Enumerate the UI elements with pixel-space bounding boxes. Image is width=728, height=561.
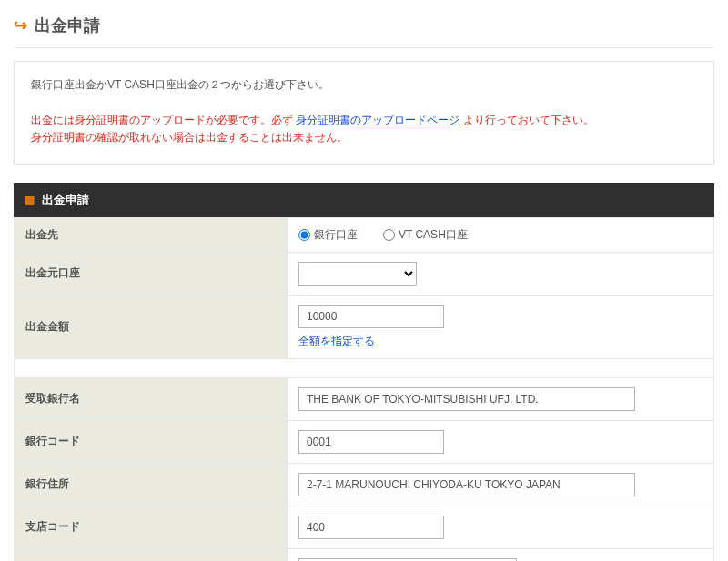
radio-vtcash[interactable]	[383, 229, 395, 241]
source-account-label: 出金元口座	[15, 252, 288, 295]
grid-icon: ▦	[25, 195, 35, 205]
specify-full-amount-link[interactable]: 全額を指定する	[298, 334, 375, 349]
branch-code-input[interactable]	[298, 516, 444, 539]
radio-bank[interactable]	[298, 229, 310, 241]
withdraw-section: ▦ 出金申請 出金先 銀行口座 VT CASH口座	[14, 183, 714, 561]
destination-label: 出金先	[15, 217, 288, 252]
source-account-select[interactable]	[298, 262, 417, 286]
warn-after: より行っておいて下さい。	[463, 114, 594, 126]
radio-bank-label[interactable]: 銀行口座	[298, 227, 358, 243]
form-table: 出金先 銀行口座 VT CASH口座 出金元口座	[14, 217, 714, 561]
destination-radio-group: 銀行口座 VT CASH口座	[298, 227, 703, 243]
page-title: 出金申請	[35, 15, 100, 36]
bank-code-input[interactable]	[298, 430, 444, 454]
arrow-forward-icon: ↪	[14, 17, 27, 34]
bank-name-label: 受取銀行名	[15, 377, 288, 420]
warn-line2: 身分証明書の確認が取れない場合は出金することは出来ません。	[31, 131, 348, 144]
page-title-row: ↪ 出金申請	[14, 9, 714, 48]
bank-address-label: 銀行住所	[15, 463, 288, 506]
radio-vtcash-text: VT CASH口座	[399, 227, 468, 243]
section-title: 出金申請	[42, 192, 89, 208]
bank-code-label: 銀行コード	[15, 420, 288, 463]
warn-before: 出金には身分証明書のアップロードが必要です。必ず	[31, 114, 293, 126]
section-header: ▦ 出金申請	[14, 183, 714, 217]
amount-label: 出金金額	[15, 295, 288, 358]
intro-text: 銀行口座出金かVT CASH口座出金の２つからお選び下さい。	[31, 76, 697, 94]
branch-code-label: 支店コード	[15, 506, 288, 548]
upload-page-link[interactable]: 身分証明書のアップロードページ	[296, 114, 460, 126]
radio-vtcash-label[interactable]: VT CASH口座	[383, 227, 468, 243]
warning-text: 出金には身分証明書のアップロードが必要です。必ず 身分証明書のアップロードページ…	[31, 112, 697, 146]
spacer	[15, 358, 714, 377]
bank-name-input[interactable]	[298, 387, 635, 411]
bank-address-input[interactable]	[298, 473, 635, 496]
swift-input[interactable]	[298, 558, 517, 561]
swift-label: SWIFTコード	[15, 548, 288, 561]
amount-input[interactable]	[298, 305, 444, 328]
intro-box: 銀行口座出金かVT CASH口座出金の２つからお選び下さい。 出金には身分証明書…	[14, 61, 714, 165]
radio-bank-text: 銀行口座	[314, 227, 358, 243]
